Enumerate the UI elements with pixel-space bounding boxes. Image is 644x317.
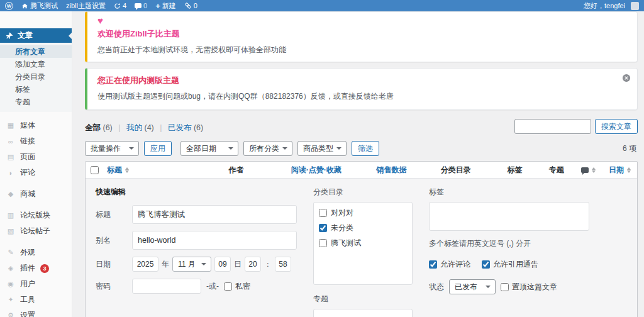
visit-site-link[interactable]: 腾飞测试 (21, 1, 58, 11)
year-field[interactable] (132, 257, 158, 272)
items-count: 6 项 (623, 143, 638, 154)
new-content-link[interactable]: + 新建 (155, 1, 176, 11)
slug-field[interactable] (132, 231, 297, 250)
wordpress-menu[interactable]: W (5, 2, 13, 10)
allow-pings-checkbox[interactable] (482, 260, 490, 269)
shop-icon: ◆ (6, 190, 15, 198)
updates-link[interactable]: 4 (114, 2, 126, 9)
category-item[interactable]: 腾飞测试 (319, 238, 407, 248)
home-icon (21, 3, 28, 9)
sidebar-item-links[interactable]: ∞ 链接 (0, 133, 72, 149)
tags-textarea[interactable] (429, 202, 589, 231)
comments-column-icon (581, 167, 589, 173)
view-all[interactable]: 全部 (6) (85, 123, 113, 132)
search-posts-button[interactable]: 搜索文章 (595, 119, 638, 134)
allow-pings-label[interactable]: 允许引用通告 (482, 259, 538, 270)
sidebar-item-pages[interactable]: ▤ 页面 (0, 149, 72, 165)
view-published[interactable]: 已发布 (168, 123, 192, 132)
beta-notice: 您正在使用内测版主题 使用测试版主题遇到问题或bug，请在内测QQ群（88218… (85, 68, 638, 110)
sidebar-item-topics[interactable]: 专题 (0, 96, 72, 108)
sidebar-item-users[interactable]: ◉ 用户 (0, 276, 72, 292)
column-topics: 专题 (539, 165, 574, 175)
theme-settings-link[interactable]: zibll主题设置 (66, 1, 106, 11)
welcome-notice-title: 欢迎使用Zibll子比主题 (97, 28, 627, 40)
column-comments[interactable] (574, 167, 602, 173)
column-title[interactable]: 标题 (104, 165, 202, 175)
date-filter-select[interactable]: 全部日期 (180, 141, 238, 156)
sidebar-item-plugins[interactable]: ◈ 插件 3 (0, 260, 72, 276)
apply-button[interactable]: 应用 (144, 141, 172, 156)
sidebar-item-settings[interactable]: ⚙ 设置 (0, 308, 72, 317)
category-checkbox[interactable] (319, 209, 327, 217)
column-stats[interactable]: 阅读·点赞·收藏 (270, 165, 362, 175)
sidebar-item-tools[interactable]: ✦ 工具 (0, 292, 72, 308)
appearance-icon: ✎ (6, 248, 15, 257)
sort-icon (125, 167, 129, 173)
password-label: 密码 (96, 281, 132, 292)
category-item[interactable]: 对对对 (319, 208, 407, 218)
plus-icon: + (155, 1, 160, 11)
link-icon (184, 2, 192, 9)
private-checkbox-label[interactable]: 私密 (224, 281, 250, 292)
users-icon: ◉ (6, 280, 15, 288)
search-input[interactable] (514, 119, 591, 134)
quick-edit-main-column: 快速编辑 标题 别名 日期 年 11 月 (96, 187, 297, 317)
allow-comments-checkbox[interactable] (429, 260, 437, 269)
column-sales[interactable]: 销售数据 (362, 165, 421, 175)
table-header-row: 标题 作者 阅读·点赞·收藏 销售数据 分类目录 标签 专题 日期 (86, 162, 637, 179)
sidebar-item-forum-posts[interactable]: ▧ 论坛帖子 (0, 223, 72, 239)
links-icon: ∞ (6, 138, 15, 145)
wordpress-admin-page: W 腾飞测试 zibll主题设置 4 0 + (0, 0, 644, 317)
sidebar-item-all-posts[interactable]: 所有文章 (0, 45, 72, 58)
status-select[interactable]: 已发布 (449, 279, 496, 294)
bulk-action-select[interactable]: 批量操作 (85, 141, 139, 156)
minute-field[interactable] (275, 257, 291, 272)
admin-bar: W 腾飞测试 zibll主题设置 4 0 + (0, 0, 644, 11)
comments-icon (135, 3, 142, 8)
sidebar-item-forum-sections[interactable]: ▥ 论坛版块 (0, 208, 72, 223)
select-all-checkbox[interactable] (91, 166, 99, 174)
filter-button[interactable]: 筛选 (352, 141, 379, 156)
allow-comments-label[interactable]: 允许评论 (429, 259, 470, 270)
dismiss-icon[interactable] (622, 74, 631, 82)
sidebar-item-shop[interactable]: ◆ 商城 (0, 186, 72, 202)
sidebar-item-add-post[interactable]: 添加文章 (0, 58, 72, 70)
sidebar-item-comments[interactable]: ◗ 评论 (0, 165, 72, 181)
sidebar-item-appearance[interactable]: ✎ 外观 (0, 245, 72, 260)
category-checkbox[interactable] (319, 239, 327, 247)
day-field[interactable] (214, 257, 231, 272)
hour-field[interactable] (245, 257, 261, 272)
broken-links-link[interactable]: 0 (184, 2, 197, 9)
or-text: -或- (206, 281, 219, 292)
main-content: ♥ 欢迎使用Zibll子比主题 您当前正处于本地测试环境，无需授权即可体验全部功… (72, 11, 644, 317)
tags-label: 标签 (429, 187, 589, 197)
password-field[interactable] (132, 279, 201, 294)
comments-link[interactable]: 0 (135, 2, 147, 9)
account-menu[interactable]: 您好，tengfei (584, 1, 639, 11)
sticky-label[interactable]: 置顶这篇文章 (501, 282, 557, 292)
categories-label: 分类目录 (313, 187, 413, 197)
forum-posts-icon: ▧ (6, 227, 15, 235)
status-label: 状态 (429, 282, 444, 292)
sidebar-item-posts[interactable]: 文章 (0, 28, 72, 43)
private-checkbox[interactable] (224, 282, 232, 291)
categories-list[interactable]: 对对对 未分类 腾飞测试 (313, 202, 413, 285)
tools-icon: ✦ (6, 296, 15, 304)
sticky-checkbox[interactable] (501, 283, 509, 291)
column-date[interactable]: 日期 (602, 165, 637, 175)
view-mine[interactable]: 我的 (126, 123, 142, 132)
quick-edit-title: 快速编辑 (96, 187, 297, 197)
month-select[interactable]: 11 月 (172, 257, 211, 272)
sidebar-item-media[interactable]: ▦ 媒体 (0, 118, 72, 133)
settings-gear-icon: ⚙ (6, 311, 15, 317)
category-checkbox[interactable] (319, 224, 327, 232)
category-item[interactable]: 未分类 (319, 223, 407, 233)
forum-sections-icon: ▥ (6, 211, 15, 220)
product-type-select[interactable]: 商品类型 (297, 141, 347, 156)
date-fields: 年 11 月 日 ： (132, 257, 297, 272)
sidebar-item-tags[interactable]: 标签 (0, 83, 72, 96)
category-filter-select[interactable]: 所有分类 (243, 141, 292, 156)
title-field[interactable] (132, 205, 297, 224)
topics-list[interactable] (313, 309, 413, 317)
sidebar-item-categories[interactable]: 分类目录 (0, 70, 72, 83)
